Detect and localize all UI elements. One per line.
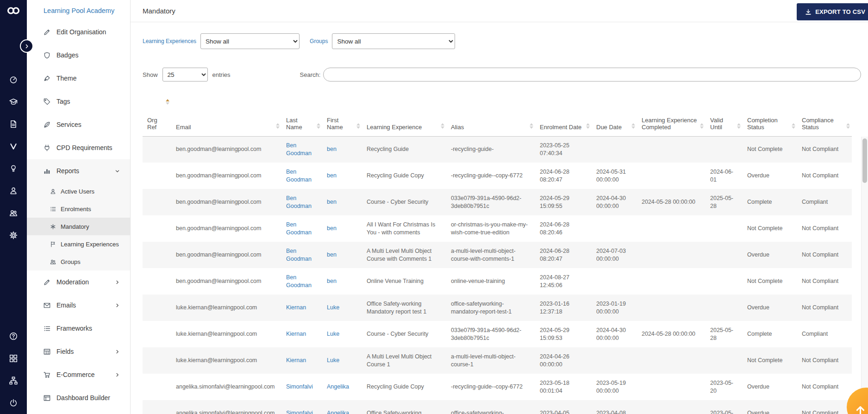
sidebar-item-theme[interactable]: Theme — [27, 67, 130, 90]
export-to-csv-button[interactable]: EXPORT TO CSV — [797, 3, 868, 20]
sidebar-subitem-groups[interactable]: Groups — [27, 253, 130, 270]
last-name-link[interactable]: Ben Goodman — [286, 142, 312, 157]
table-cell — [143, 215, 171, 242]
sidebar-item-edit-organisation[interactable]: Edit Organisation — [27, 20, 130, 44]
sidebar-item-services[interactable]: Services — [27, 113, 130, 136]
last-name-link[interactable]: Kiernan — [286, 357, 306, 364]
sidebar-item-reports[interactable]: Reports — [27, 159, 130, 182]
window-icon — [44, 395, 50, 401]
sidebar-subitem-active-users[interactable]: Active Users — [27, 182, 130, 200]
rail-speedometer-button[interactable] — [2, 69, 25, 91]
rail-lightbulb-button[interactable] — [2, 157, 25, 180]
rail-question-button[interactable] — [2, 325, 25, 347]
scrollbar-thumb[interactable] — [862, 138, 867, 183]
last-name-link[interactable]: Simonfalvi — [286, 383, 313, 390]
column-header-email[interactable]: Email — [171, 94, 281, 136]
first-name-link[interactable]: Angelika — [327, 410, 349, 414]
rail-file-button[interactable] — [2, 113, 25, 135]
entries-label: entries — [212, 71, 231, 78]
column-header-completion-status[interactable]: Completion Status — [743, 94, 797, 136]
column-header-last-name[interactable]: Last Name — [281, 94, 322, 136]
last-name-link[interactable]: Simonfalvi — [286, 410, 313, 414]
rail-gear-button[interactable] — [2, 224, 25, 246]
first-name-link[interactable]: ben — [327, 146, 337, 152]
sort-carets-icon — [846, 123, 850, 129]
column-header-first-name[interactable]: First Name — [322, 94, 362, 136]
org-title-link[interactable]: Learning Pool Academy — [27, 0, 130, 20]
first-name-link[interactable]: Luke — [327, 331, 339, 337]
rail-sitemap-button[interactable] — [2, 370, 25, 392]
flag-icon — [50, 241, 56, 247]
first-name-link[interactable]: ben — [327, 199, 337, 205]
sidebar-item-fields[interactable]: Fields — [27, 340, 130, 363]
last-name-link[interactable]: Ben Goodman — [286, 195, 312, 209]
table-cell: 2023-05-25 07:40:34 — [535, 136, 592, 163]
last-name-link[interactable]: Ben Goodman — [286, 169, 312, 183]
last-name-link[interactable]: Ben Goodman — [286, 274, 312, 289]
table-cell: ben — [322, 163, 362, 189]
sidebar-item-dashboard-builder[interactable]: Dashboard Builder — [27, 386, 130, 409]
sidebar-subitem-enrolments[interactable]: Enrolments — [27, 200, 130, 218]
first-name-link[interactable]: Luke — [327, 357, 339, 364]
entries-per-page-select[interactable]: 25 — [162, 68, 208, 82]
column-header-learning-experience-completed[interactable]: Learning Experience Completed — [637, 94, 706, 136]
sidebar-item-e-commerce[interactable]: E-Commerce — [27, 363, 130, 386]
table-cell: Office Safety-working — [362, 400, 446, 414]
column-header-due-date[interactable]: Due Date — [592, 94, 637, 136]
sidebar-item-emails[interactable]: Emails — [27, 294, 130, 317]
column-header-org-ref[interactable]: Org Ref — [143, 94, 171, 136]
first-name-link[interactable]: ben — [327, 172, 337, 179]
sidebar-item-badges[interactable]: Badges — [27, 44, 130, 67]
vertical-scrollbar[interactable] — [861, 137, 868, 414]
sidebar-subitem-learning-experiences[interactable]: Learning Experiences — [27, 235, 130, 253]
sidebar-collapse-toggle[interactable] — [20, 39, 33, 53]
column-header-alias[interactable]: Alias — [446, 94, 535, 136]
column-header-valid-until[interactable]: Valid Until — [706, 94, 743, 136]
rail-grid-button[interactable] — [2, 347, 25, 370]
first-name-link[interactable]: Angelika — [327, 383, 349, 390]
question-icon — [9, 332, 18, 340]
rail-check-button[interactable] — [2, 135, 25, 157]
file-icon — [9, 120, 18, 128]
learning-pool-logo-icon[interactable] — [6, 5, 20, 17]
rail-grad-cap-button[interactable] — [2, 91, 25, 113]
groups-filter-select[interactable]: Show all — [332, 33, 455, 49]
column-header-learning-experience[interactable]: Learning Experience — [362, 94, 446, 136]
table-cell — [592, 215, 637, 242]
table-cell — [143, 347, 171, 374]
search-input[interactable] — [323, 68, 861, 82]
table-cell: Not Compliant — [797, 215, 852, 242]
table-cell: Not Compliant — [797, 163, 852, 189]
last-name-link[interactable]: Ben Goodman — [286, 221, 312, 236]
rail-person-button[interactable] — [2, 180, 25, 202]
table-cell: Ben Goodman — [281, 136, 322, 163]
chevron-right-icon — [115, 372, 120, 377]
first-name-link[interactable]: ben — [327, 225, 337, 232]
table-icon — [44, 348, 50, 355]
table-cell: 2024-04-30 00:00:00 — [592, 321, 637, 347]
last-name-link[interactable]: Kiernan — [286, 331, 306, 337]
sidebar-item-frameworks[interactable]: Frameworks — [27, 317, 130, 340]
learning-experiences-filter-select[interactable]: Show all — [200, 33, 300, 49]
sort-carets-icon — [631, 123, 635, 129]
table-cell: Overdue — [743, 295, 797, 321]
table-cell — [592, 136, 637, 163]
rail-power-button[interactable] — [2, 392, 25, 414]
rail-people-button[interactable] — [2, 202, 25, 224]
first-name-link[interactable]: Luke — [327, 304, 339, 311]
first-name-link[interactable]: ben — [327, 278, 337, 284]
table-cell: 2024-08-27 12:45:06 — [535, 268, 592, 295]
search-label: Search: — [300, 71, 321, 78]
last-name-link[interactable]: Ben Goodman — [286, 248, 312, 262]
sidebar-item-tags[interactable]: Tags — [27, 90, 130, 113]
column-header-enrolment-date[interactable]: Enrolment Date — [535, 94, 592, 136]
table-cell: ben.goodman@learningpool.com — [171, 268, 281, 295]
first-name-link[interactable]: ben — [327, 251, 337, 258]
last-name-link[interactable]: Kiernan — [286, 304, 306, 311]
sidebar-item-moderation[interactable]: Moderation — [27, 270, 130, 294]
table-cell: office-safetyworking- — [446, 400, 535, 414]
column-header-compliance-status[interactable]: Compliance Status — [797, 94, 852, 136]
sidebar-item-cpd-requirements[interactable]: CPD Requirements — [27, 136, 130, 159]
lightbulb-icon — [9, 164, 18, 173]
sidebar-subitem-mandatory[interactable]: Mandatory — [27, 218, 130, 235]
